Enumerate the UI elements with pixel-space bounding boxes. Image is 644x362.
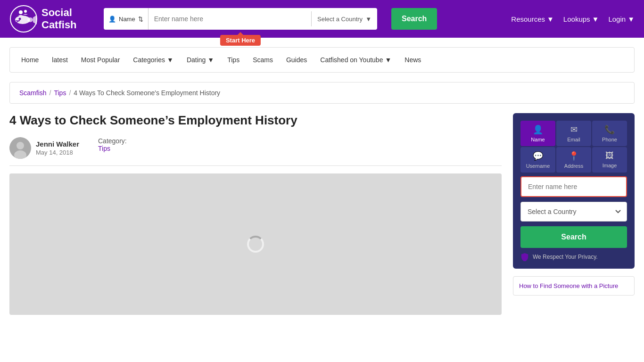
- svg-marker-3: [33, 15, 37, 25]
- author-date: May 14, 2018: [36, 149, 79, 156]
- nav-resources-label: Resources: [511, 15, 545, 23]
- author-area: Jenni Walker May 14, 2018: [9, 137, 79, 159]
- svg-point-2: [27, 17, 33, 22]
- sidebar-tab-username[interactable]: 💬 Username: [520, 147, 555, 173]
- name-search-input[interactable]: [149, 8, 311, 30]
- sidebar: 👤 Name ✉ Email 📞 Phone 💬 Username 📍: [513, 113, 635, 315]
- country-label: Select a Country: [317, 16, 363, 23]
- tab-address-label: Address: [564, 163, 583, 169]
- header-nav: Resources ▼ Lookups ▼ Login ▼: [511, 15, 635, 23]
- breadcrumb-sep-1: /: [50, 89, 51, 97]
- logo-icon: [9, 5, 38, 33]
- nav-catfished-label: Catfished on Youtube: [320, 56, 383, 64]
- sidebar-tab-email[interactable]: ✉ Email: [556, 121, 591, 146]
- loading-spinner: [247, 236, 264, 253]
- chevron-down-icon: ▼: [365, 16, 372, 23]
- tab-image-label: Image: [603, 163, 617, 168]
- sidebar-tabs: 👤 Name ✉ Email 📞 Phone 💬 Username 📍: [520, 121, 627, 173]
- svg-point-4: [19, 18, 21, 20]
- ad-text: How to Find Someone with a Picture: [519, 282, 618, 289]
- nav-scams[interactable]: Scams: [246, 48, 280, 72]
- svg-point-8: [24, 10, 27, 13]
- header: Social Catfish 👤 Name ⇅ Select a Country…: [0, 0, 644, 38]
- chevron-down-icon: ▼: [385, 56, 391, 64]
- tab-name-label: Name: [531, 137, 545, 142]
- svg-point-7: [19, 10, 23, 14]
- author-info: Jenni Walker May 14, 2018: [36, 140, 79, 156]
- tab-phone-label: Phone: [602, 137, 617, 142]
- sidebar-search-box: 👤 Name ✉ Email 📞 Phone 💬 Username 📍: [513, 113, 635, 269]
- search-type-dropdown[interactable]: 👤 Name ⇅: [104, 8, 149, 30]
- category-link[interactable]: Tips: [98, 145, 110, 152]
- username-icon: 💬: [522, 151, 553, 161]
- header-search-button[interactable]: Search: [391, 8, 437, 30]
- nav-lookups-label: Lookups: [563, 15, 590, 23]
- email-icon: ✉: [558, 124, 589, 135]
- nav-lookups[interactable]: Lookups ▼: [563, 15, 599, 23]
- breadcrumb-tips[interactable]: Tips: [54, 89, 66, 97]
- breadcrumb-scamfish[interactable]: Scamfish: [19, 89, 47, 97]
- author-avatar: [9, 137, 31, 159]
- country-dropdown[interactable]: Select a Country ▼: [312, 8, 377, 30]
- nav-dating-label: Dating: [187, 56, 206, 64]
- article-title: 4 Ways to Check Someone’s Employment His…: [9, 113, 502, 128]
- nav-home[interactable]: Home: [15, 48, 45, 72]
- article-meta: Jenni Walker May 14, 2018 Category: Tips: [9, 137, 502, 166]
- tab-email-label: Email: [567, 137, 580, 142]
- nav-dating[interactable]: Dating ▼: [180, 48, 221, 72]
- article-area: 4 Ways to Check Someone’s Employment His…: [9, 113, 502, 315]
- featured-image: [9, 173, 502, 315]
- shield-icon: [520, 253, 529, 261]
- nav-catfished-youtube[interactable]: Catfished on Youtube ▼: [314, 48, 398, 72]
- nav-tips[interactable]: Tips: [221, 48, 246, 72]
- image-icon: 🖼: [594, 151, 625, 161]
- nav-categories[interactable]: Categories ▼: [126, 48, 180, 72]
- sidebar-tab-address[interactable]: 📍 Address: [556, 147, 591, 173]
- logo-text: Social Catfish: [41, 7, 77, 32]
- start-here-bubble: Start Here: [220, 35, 261, 46]
- breadcrumb-sep-2: /: [69, 89, 71, 97]
- nav-news[interactable]: News: [398, 48, 428, 72]
- chevron-down-icon: ▼: [547, 15, 554, 23]
- address-icon: 📍: [558, 151, 589, 161]
- nav-login[interactable]: Login ▼: [608, 15, 635, 23]
- sidebar-name-input[interactable]: [520, 176, 627, 197]
- nav-most-popular[interactable]: Most Popular: [74, 48, 126, 72]
- logo[interactable]: Social Catfish: [9, 5, 94, 33]
- author-name: Jenni Walker: [36, 140, 79, 148]
- category-label: Category:: [98, 137, 127, 145]
- secondary-nav: Home latest Most Popular Categories ▼ Da…: [9, 47, 635, 73]
- phone-icon: 📞: [594, 124, 625, 135]
- sidebar-tab-phone[interactable]: 📞 Phone: [592, 121, 627, 146]
- sidebar-privacy: We Respect Your Privacy.: [520, 253, 627, 261]
- nav-login-label: Login: [608, 15, 626, 23]
- person-icon: 👤: [522, 124, 553, 135]
- nav-resources[interactable]: Resources ▼: [511, 15, 554, 23]
- sidebar-country-select[interactable]: Select a Country: [520, 202, 627, 222]
- svg-point-10: [17, 142, 24, 149]
- chevron-down-icon: ▼: [592, 15, 599, 23]
- nav-latest[interactable]: latest: [45, 48, 74, 72]
- chevron-down-icon: ▼: [167, 56, 173, 64]
- sidebar-tab-image[interactable]: 🖼 Image: [592, 147, 627, 173]
- privacy-text: We Respect Your Privacy.: [533, 254, 598, 260]
- sidebar-tab-name[interactable]: 👤 Name: [520, 121, 555, 146]
- breadcrumb-current: 4 Ways To Check Someone's Employment His…: [74, 89, 220, 97]
- sidebar-ad-box[interactable]: How to Find Someone with a Picture: [513, 276, 635, 296]
- search-bar: 👤 Name ⇅ Select a Country ▼ Start Here: [104, 8, 377, 30]
- nav-guides[interactable]: Guides: [280, 48, 314, 72]
- breadcrumb: Scamfish / Tips / 4 Ways To Check Someon…: [9, 82, 635, 104]
- category-area: Category: Tips: [98, 137, 127, 152]
- main-layout: 4 Ways to Check Someone’s Employment His…: [9, 113, 635, 315]
- nav-categories-label: Categories: [133, 56, 165, 64]
- tab-username-label: Username: [526, 163, 550, 169]
- sidebar-search-button[interactable]: Search: [520, 226, 627, 248]
- search-type-label: Name: [119, 16, 135, 23]
- chevron-down-icon: ▼: [627, 15, 635, 23]
- chevron-down-icon: ▼: [207, 56, 214, 64]
